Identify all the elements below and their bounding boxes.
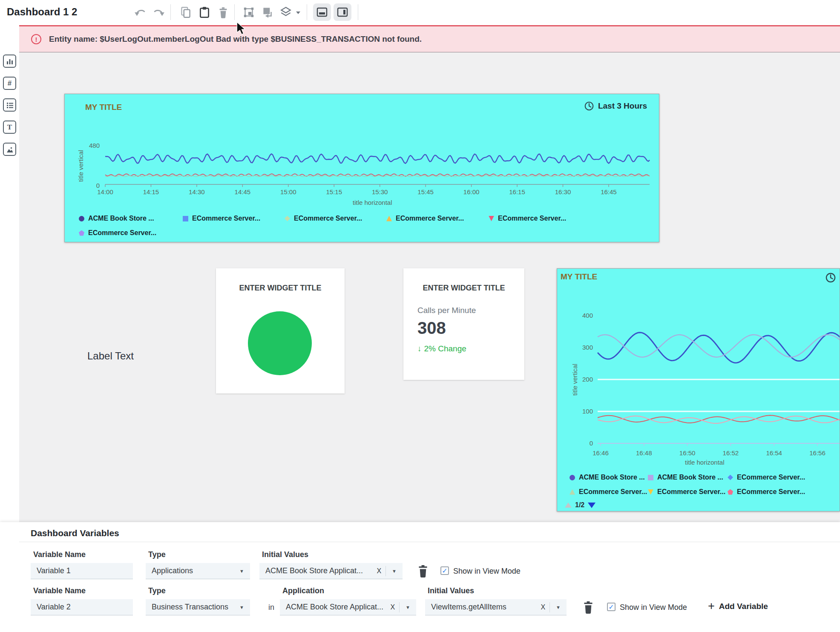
chevron-down-icon: ▼ bbox=[239, 569, 250, 574]
legend-item[interactable]: ACME Book Store ... bbox=[648, 474, 723, 481]
health-widget[interactable]: ENTER WIDGET TITLE bbox=[216, 268, 345, 394]
pager-up-icon[interactable] bbox=[565, 503, 572, 508]
widget-title: ENTER WIDGET TITLE bbox=[216, 284, 345, 293]
toggle-bottom-panel-button[interactable] bbox=[313, 3, 331, 21]
time-range[interactable]: Last 3 Hours bbox=[584, 101, 647, 111]
pager-down-icon[interactable] bbox=[588, 503, 595, 508]
show-in-view-mode-checkbox[interactable]: ✓ bbox=[440, 566, 449, 575]
legend-item[interactable]: ACME Book Store ... bbox=[570, 474, 645, 481]
metric-widget[interactable]: ENTER WIDGET TITLE Calls per Minute 308 … bbox=[403, 268, 524, 380]
dashboard-canvas[interactable]: MY TITLE Last 3 Hours title vertical 480… bbox=[19, 52, 840, 522]
legend-item[interactable]: ECommerce Server... bbox=[79, 229, 156, 237]
delete-variable-icon[interactable] bbox=[417, 564, 429, 578]
legend-label: ECommerce Server... bbox=[737, 474, 805, 481]
copy-icon[interactable] bbox=[179, 6, 193, 19]
legend-label: ECommerce Server... bbox=[88, 229, 156, 237]
legend-label: ECommerce Server... bbox=[579, 488, 647, 496]
undo-icon[interactable] bbox=[134, 6, 147, 19]
legend-item[interactable]: ECommerce Server... bbox=[285, 215, 362, 222]
legend-label: ECommerce Server... bbox=[192, 215, 260, 222]
pentagon-marker-icon bbox=[79, 230, 84, 236]
add-text-widget-button[interactable]: T bbox=[3, 121, 16, 134]
triangle-up-marker-icon bbox=[386, 216, 392, 221]
chevron-down-icon[interactable]: ▼ bbox=[550, 605, 567, 610]
variable-name-input[interactable] bbox=[31, 566, 133, 575]
trash-icon[interactable] bbox=[216, 6, 230, 19]
legend-item[interactable]: ECommerce Server... bbox=[386, 215, 464, 222]
widget-title: ENTER WIDGET TITLE bbox=[403, 284, 524, 293]
legend-item[interactable]: ECommerce Server... bbox=[728, 474, 805, 481]
layers-icon[interactable] bbox=[279, 6, 293, 19]
legend-label: ECommerce Server... bbox=[396, 215, 464, 222]
chevron-down-icon[interactable]: ▼ bbox=[386, 569, 403, 574]
x-axis-tick: 16:52 bbox=[717, 449, 744, 457]
clock-icon[interactable] bbox=[825, 272, 836, 283]
show-in-view-mode-checkbox[interactable]: ✓ bbox=[607, 603, 616, 611]
initial-value-token: ACME Book Store Applicat... bbox=[259, 566, 372, 575]
bring-to-front-icon[interactable] bbox=[242, 6, 256, 19]
x-axis-tick: 15:30 bbox=[366, 188, 394, 195]
page-title: Dashboard 1 2 bbox=[7, 6, 77, 18]
remove-token-icon[interactable]: X bbox=[372, 567, 385, 575]
diamond-marker-icon bbox=[285, 216, 290, 221]
legend-item[interactable]: ECommerce Server... bbox=[648, 488, 725, 496]
legend-item[interactable]: ECommerce Server... bbox=[728, 488, 805, 496]
chevron-down-icon[interactable]: ▼ bbox=[400, 605, 416, 610]
mouse-cursor bbox=[236, 22, 247, 35]
metric-label: Calls per Minute bbox=[417, 306, 476, 315]
triangle-down-marker-icon bbox=[648, 489, 653, 495]
timeseries-widget-2[interactable]: MY TITLE title vertical 4003002001000 16… bbox=[557, 268, 840, 511]
x-axis-tick: 16:46 bbox=[587, 449, 614, 457]
triangle-up-marker-icon bbox=[570, 489, 575, 495]
add-image-widget-button[interactable] bbox=[3, 143, 16, 156]
initial-values-field[interactable]: ACME Book Store Applicat... X ▼ bbox=[259, 563, 403, 579]
application-field[interactable]: ACME Book Store Applicat... X ▼ bbox=[280, 599, 416, 615]
y-axis-tick: 480 bbox=[82, 142, 100, 149]
legend-item[interactable]: ECommerce Server... bbox=[489, 215, 566, 222]
initial-values-field[interactable]: ViewItems.getAllItems X ▼ bbox=[425, 599, 567, 615]
change-text: 2% Change bbox=[424, 344, 466, 353]
redo-icon[interactable] bbox=[152, 6, 165, 19]
add-variable-button[interactable]: + Add Variable bbox=[708, 600, 768, 612]
y-axis-tick: 200 bbox=[573, 376, 593, 383]
legend-item[interactable]: ACME Book Store ... bbox=[79, 215, 154, 222]
legend-label: ACME Book Store ... bbox=[657, 474, 723, 481]
toolbar-separator bbox=[170, 4, 171, 20]
chart2-plot bbox=[596, 309, 840, 447]
toolbar-separator bbox=[358, 4, 358, 20]
x-axis-tick: 16:15 bbox=[503, 188, 531, 195]
type-select[interactable]: Applications ▼ bbox=[146, 563, 250, 579]
x-axis-tick: 14:30 bbox=[183, 188, 210, 195]
legend-item[interactable]: ECommerce Server... bbox=[183, 215, 260, 222]
add-list-widget-button[interactable] bbox=[3, 98, 16, 112]
paste-icon[interactable] bbox=[198, 6, 211, 19]
time-range-label: Last 3 Hours bbox=[598, 101, 647, 111]
type-label: Type bbox=[148, 586, 166, 595]
send-to-back-icon[interactable] bbox=[261, 6, 274, 19]
label-text-widget[interactable]: Label Text bbox=[87, 350, 134, 362]
circle-marker-icon bbox=[79, 216, 84, 221]
metric-value: 308 bbox=[417, 319, 446, 338]
toolbar-separator bbox=[307, 4, 307, 20]
x-axis-title: title horizontal bbox=[685, 459, 725, 466]
add-number-widget-button[interactable]: # bbox=[3, 77, 16, 90]
toolbar-separator bbox=[234, 4, 235, 20]
error-banner: ! Entity name: $UserLogOut.memberLogOut … bbox=[19, 25, 840, 52]
legend-item[interactable]: ECommerce Server... bbox=[570, 488, 647, 496]
variable-name-input[interactable] bbox=[31, 603, 133, 612]
timeseries-widget-1[interactable]: MY TITLE Last 3 Hours title vertical 480… bbox=[64, 94, 659, 242]
error-icon: ! bbox=[31, 34, 41, 44]
type-select[interactable]: Business Transactions ▼ bbox=[146, 599, 250, 615]
remove-token-icon[interactable]: X bbox=[536, 603, 549, 611]
y-axis-tick: 300 bbox=[573, 344, 593, 351]
delete-variable-icon[interactable] bbox=[582, 600, 595, 615]
remove-token-icon[interactable]: X bbox=[386, 603, 399, 611]
x-axis-tick: 14:15 bbox=[137, 188, 164, 195]
toggle-right-panel-button[interactable] bbox=[334, 3, 351, 21]
add-chart-widget-button[interactable] bbox=[3, 55, 16, 68]
variable-name-field bbox=[31, 563, 133, 579]
x-axis-tick: 15:00 bbox=[275, 188, 302, 195]
x-axis-tick: 16:00 bbox=[458, 188, 485, 195]
layers-caret-icon[interactable] bbox=[295, 6, 302, 19]
add-variable-label: Add Variable bbox=[719, 602, 768, 611]
